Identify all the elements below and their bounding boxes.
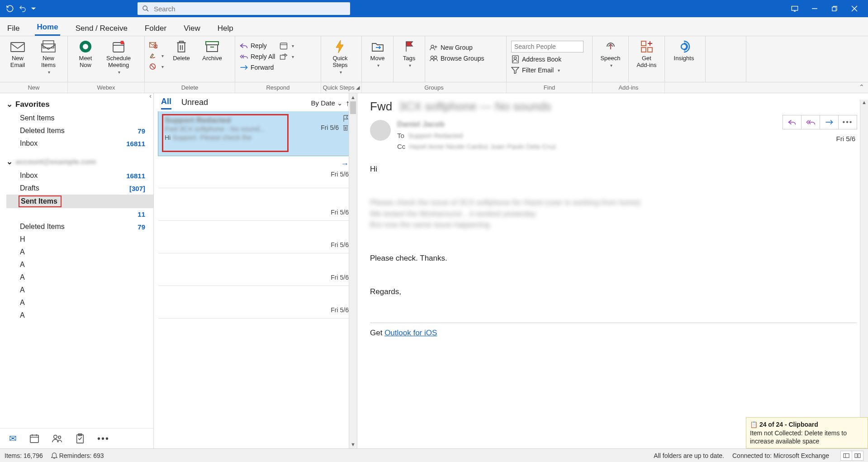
svg-rect-23 xyxy=(641,41,646,46)
folder-item[interactable]: A xyxy=(6,271,153,284)
svg-rect-14 xyxy=(206,42,218,45)
folder-item-sent-items[interactable]: Sent Items xyxy=(6,195,153,208)
tab-view[interactable]: View xyxy=(182,20,202,36)
folder-item[interactable]: A xyxy=(6,296,153,309)
undo-icon[interactable] xyxy=(16,2,29,15)
scroll-down-icon[interactable]: ▼ xyxy=(349,440,357,448)
message-item[interactable]: Fri 5/6 xyxy=(158,253,353,286)
meeting-reply-button[interactable] xyxy=(280,42,294,50)
favorites-header[interactable]: ⌄ Favorites xyxy=(6,97,153,112)
folder-item[interactable]: Sent Items xyxy=(6,112,153,124)
tab-help[interactable]: Help xyxy=(216,20,235,36)
share-button[interactable] xyxy=(280,52,294,61)
message-item[interactable]: Fri 5/6 xyxy=(158,221,353,253)
move-button[interactable]: Move xyxy=(366,39,389,68)
folder-item[interactable]: Deleted Items79 xyxy=(6,124,153,137)
message-item[interactable]: Support Redacted Fwd 3CX softphone - No … xyxy=(158,111,353,156)
reply-action-button[interactable] xyxy=(783,115,802,129)
search-box[interactable] xyxy=(138,2,350,15)
calendar-nav-icon[interactable] xyxy=(29,433,39,443)
status-items: Items: 16,796 xyxy=(5,452,43,459)
title-bar xyxy=(0,0,868,17)
new-items-button[interactable]: New Items xyxy=(35,39,62,75)
reply-all-button[interactable]: Reply All xyxy=(240,52,275,61)
svg-rect-32 xyxy=(844,453,849,457)
archive-button[interactable]: Archive xyxy=(199,39,225,62)
more-nav-icon[interactable]: ••• xyxy=(97,433,109,444)
tab-home[interactable]: Home xyxy=(35,19,60,36)
schedule-meeting-button[interactable]: Schedule Meeting xyxy=(103,39,134,75)
ribbon-mode-icon[interactable] xyxy=(785,0,805,17)
meet-now-button[interactable]: Meet Now xyxy=(72,39,99,69)
outlook-ios-link[interactable]: Outlook for iOS xyxy=(384,329,437,337)
cleanup-button[interactable] xyxy=(149,52,164,60)
new-email-button[interactable]: New Email xyxy=(5,39,31,69)
folder-item[interactable]: A xyxy=(6,309,153,322)
forward-action-button[interactable] xyxy=(820,115,839,129)
reading-scrollbar[interactable]: ▲ xyxy=(860,100,868,448)
junk-button[interactable] xyxy=(149,62,164,71)
maximize-icon[interactable] xyxy=(825,0,844,17)
quick-steps-button[interactable]: Quick Steps xyxy=(326,39,355,75)
calendar-plus-icon xyxy=(111,39,126,54)
svg-rect-33 xyxy=(855,453,857,457)
sort-by-button[interactable]: By Date ⌄ xyxy=(311,99,343,107)
filter-tab-unread[interactable]: Unread xyxy=(181,98,208,109)
message-item[interactable]: Fri 5/6 xyxy=(158,188,353,221)
scroll-up-icon[interactable]: ▲ xyxy=(862,100,867,108)
scroll-up-icon[interactable]: ▲ xyxy=(349,93,357,101)
tags-button[interactable]: Tags xyxy=(398,39,420,68)
svg-point-22 xyxy=(514,57,516,59)
view-normal-button[interactable] xyxy=(840,451,852,461)
people-nav-icon[interactable] xyxy=(52,434,63,443)
forward-button[interactable]: Forward xyxy=(240,63,275,71)
filter-email-button[interactable]: Filter Email xyxy=(511,66,583,74)
account-header[interactable]: ⌄ account@example.com xyxy=(6,154,153,169)
speech-button[interactable]: Speech xyxy=(597,39,624,68)
list-scrollbar[interactable]: ▲ ▼ xyxy=(349,93,357,448)
ignore-button[interactable] xyxy=(149,41,164,49)
insights-button[interactable]: Insights xyxy=(669,39,698,62)
folder-item[interactable]: 11 xyxy=(6,208,153,220)
folder-item[interactable]: Inbox16811 xyxy=(6,137,153,150)
tab-file[interactable]: File xyxy=(5,20,21,36)
more-actions-button[interactable]: ••• xyxy=(838,115,857,129)
folder-item[interactable]: A xyxy=(6,284,153,296)
reply-all-action-button[interactable] xyxy=(801,115,820,129)
collapse-folder-pane-icon[interactable]: ‹ xyxy=(149,92,152,100)
search-people-input[interactable] xyxy=(511,41,583,52)
view-reading-button[interactable] xyxy=(852,451,863,461)
get-addins-button[interactable]: Get Add-ins xyxy=(633,39,660,69)
delete-button[interactable]: Delete xyxy=(168,39,194,62)
folder-item[interactable]: H xyxy=(6,233,153,246)
flag-icon[interactable] xyxy=(342,115,349,122)
browse-groups-button[interactable]: Browse Groups xyxy=(430,54,484,62)
tasks-nav-icon[interactable] xyxy=(76,433,85,443)
svg-rect-24 xyxy=(641,48,646,52)
chevron-down-icon: ⌄ xyxy=(337,99,343,107)
folder-item[interactable]: Inbox16811 xyxy=(6,169,153,182)
folder-item[interactable]: Deleted Items79 xyxy=(6,220,153,233)
message-item[interactable]: Fri 5/6 xyxy=(158,286,353,319)
tab-send-receive[interactable]: Send / Receive xyxy=(74,20,129,36)
delete-message-icon[interactable] xyxy=(342,124,349,131)
minimize-icon[interactable] xyxy=(805,0,825,17)
reply-button[interactable]: Reply xyxy=(240,42,275,50)
new-group-button[interactable]: New Group xyxy=(430,43,484,52)
folder-item[interactable]: A xyxy=(6,258,153,271)
filter-tab-all[interactable]: All xyxy=(161,97,171,110)
qat-customize-icon[interactable] xyxy=(29,2,38,15)
close-icon[interactable] xyxy=(844,0,864,17)
folder-item[interactable]: Drafts[307] xyxy=(6,182,153,195)
mail-nav-icon[interactable]: ✉ xyxy=(9,433,17,444)
status-reminders[interactable]: Reminders: 693 xyxy=(51,452,104,459)
refresh-icon[interactable] xyxy=(4,2,16,15)
message-item[interactable]: →Fri 5/6 xyxy=(158,156,353,188)
tab-folder[interactable]: Folder xyxy=(143,20,168,36)
address-book-button[interactable]: Address Book xyxy=(511,55,583,63)
collapse-ribbon-icon[interactable]: ⌃ xyxy=(859,83,864,90)
more-respond-button[interactable] xyxy=(280,63,294,71)
search-input[interactable] xyxy=(154,5,346,13)
chevron-down-icon: ⌄ xyxy=(6,157,13,167)
folder-item[interactable]: A xyxy=(6,246,153,258)
